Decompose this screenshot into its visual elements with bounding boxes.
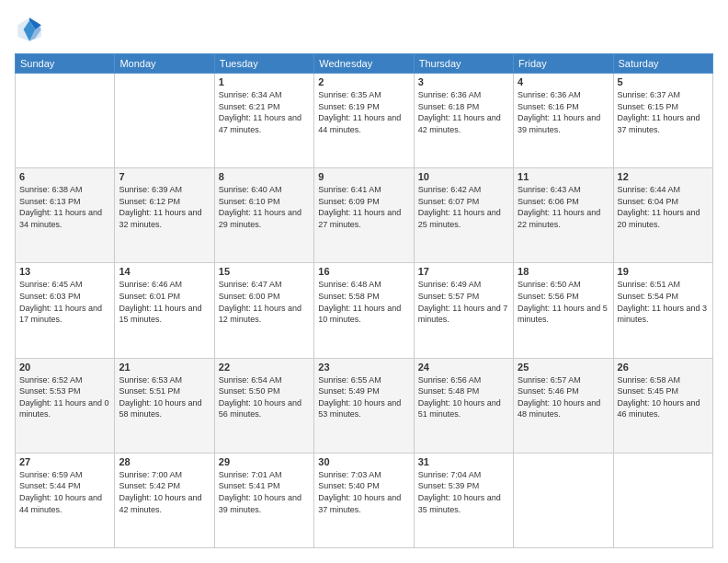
week-row-1: 1Sunrise: 6:34 AMSunset: 6:21 PMDaylight… [16,74,713,168]
day-number: 24 [418,362,509,373]
calendar-cell: 23Sunrise: 6:55 AMSunset: 5:49 PMDayligh… [314,358,414,453]
calendar-cell [514,453,613,547]
day-number: 11 [518,171,609,182]
week-row-5: 27Sunrise: 6:59 AMSunset: 5:44 PMDayligh… [16,453,713,547]
week-row-2: 6Sunrise: 6:38 AMSunset: 6:13 PMDaylight… [16,168,713,263]
day-number: 3 [418,76,509,87]
day-number: 20 [19,362,110,373]
weekday-header-friday: Friday [514,54,613,74]
logo [15,15,48,44]
calendar-table: SundayMondayTuesdayWednesdayThursdayFrid… [15,53,713,548]
day-number: 4 [518,76,609,87]
cell-info: Sunrise: 6:52 AMSunset: 5:53 PMDaylight:… [19,375,109,419]
cell-info: Sunrise: 6:36 AMSunset: 6:16 PMDaylight:… [518,90,600,134]
day-number: 31 [418,456,509,467]
calendar-cell: 9Sunrise: 6:41 AMSunset: 6:09 PMDaylight… [314,168,414,263]
day-number: 8 [219,171,310,182]
calendar-cell: 18Sunrise: 6:50 AMSunset: 5:56 PMDayligh… [514,263,613,358]
cell-info: Sunrise: 6:49 AMSunset: 5:57 PMDaylight:… [418,280,508,324]
cell-info: Sunrise: 6:56 AMSunset: 5:48 PMDaylight:… [418,375,501,419]
day-number: 10 [418,171,509,182]
weekday-header-row: SundayMondayTuesdayWednesdayThursdayFrid… [16,54,713,74]
week-row-3: 13Sunrise: 6:45 AMSunset: 6:03 PMDayligh… [16,263,713,358]
weekday-header-wednesday: Wednesday [314,54,414,74]
calendar-cell: 11Sunrise: 6:43 AMSunset: 6:06 PMDayligh… [514,168,613,263]
day-number: 22 [219,362,310,373]
calendar-cell: 25Sunrise: 6:57 AMSunset: 5:46 PMDayligh… [514,358,613,453]
day-number: 25 [518,362,609,373]
cell-info: Sunrise: 6:40 AMSunset: 6:10 PMDaylight:… [219,185,301,229]
cell-info: Sunrise: 6:34 AMSunset: 6:21 PMDaylight:… [219,90,301,134]
day-number: 9 [318,171,409,182]
calendar-cell: 10Sunrise: 6:42 AMSunset: 6:07 PMDayligh… [414,168,513,263]
day-number: 17 [418,266,509,277]
day-number: 7 [119,171,210,182]
calendar-cell: 13Sunrise: 6:45 AMSunset: 6:03 PMDayligh… [16,263,115,358]
calendar-cell: 22Sunrise: 6:54 AMSunset: 5:50 PMDayligh… [214,358,313,453]
weekday-header-tuesday: Tuesday [214,54,313,74]
calendar-cell: 28Sunrise: 7:00 AMSunset: 5:42 PMDayligh… [115,453,214,547]
cell-info: Sunrise: 6:51 AMSunset: 5:54 PMDaylight:… [618,280,708,324]
calendar-cell [16,74,115,168]
cell-info: Sunrise: 6:39 AMSunset: 6:12 PMDaylight:… [119,185,201,229]
day-number: 28 [119,456,210,467]
cell-info: Sunrise: 6:41 AMSunset: 6:09 PMDaylight:… [318,185,401,229]
calendar-cell: 27Sunrise: 6:59 AMSunset: 5:44 PMDayligh… [16,453,115,547]
cell-info: Sunrise: 6:38 AMSunset: 6:13 PMDaylight:… [19,185,102,229]
cell-info: Sunrise: 6:48 AMSunset: 5:58 PMDaylight:… [318,280,401,324]
day-number: 27 [19,456,110,467]
cell-info: Sunrise: 6:43 AMSunset: 6:06 PMDaylight:… [518,185,600,229]
day-number: 5 [618,76,709,87]
weekday-header-sunday: Sunday [16,54,115,74]
cell-info: Sunrise: 6:46 AMSunset: 6:01 PMDaylight:… [119,280,201,324]
cell-info: Sunrise: 6:36 AMSunset: 6:18 PMDaylight:… [418,90,501,134]
day-number: 1 [219,76,310,87]
calendar-cell: 20Sunrise: 6:52 AMSunset: 5:53 PMDayligh… [16,358,115,453]
calendar-cell: 29Sunrise: 7:01 AMSunset: 5:41 PMDayligh… [214,453,313,547]
calendar-cell: 17Sunrise: 6:49 AMSunset: 5:57 PMDayligh… [414,263,513,358]
day-number: 16 [318,266,409,277]
cell-info: Sunrise: 6:59 AMSunset: 5:44 PMDaylight:… [19,470,102,514]
cell-info: Sunrise: 6:50 AMSunset: 5:56 PMDaylight:… [518,280,608,324]
day-number: 14 [119,266,210,277]
weekday-header-saturday: Saturday [613,54,712,74]
cell-info: Sunrise: 6:45 AMSunset: 6:03 PMDaylight:… [19,280,102,324]
calendar-cell: 30Sunrise: 7:03 AMSunset: 5:40 PMDayligh… [314,453,414,547]
calendar-cell: 31Sunrise: 7:04 AMSunset: 5:39 PMDayligh… [414,453,513,547]
cell-info: Sunrise: 6:54 AMSunset: 5:50 PMDaylight:… [219,375,301,419]
day-number: 29 [219,456,310,467]
logo-icon [15,15,44,44]
calendar-cell: 1Sunrise: 6:34 AMSunset: 6:21 PMDaylight… [214,74,313,168]
calendar-cell: 3Sunrise: 6:36 AMSunset: 6:18 PMDaylight… [414,74,513,168]
week-row-4: 20Sunrise: 6:52 AMSunset: 5:53 PMDayligh… [16,358,713,453]
day-number: 19 [618,266,709,277]
calendar-cell [115,74,214,168]
cell-info: Sunrise: 6:47 AMSunset: 6:00 PMDaylight:… [219,280,301,324]
calendar-cell: 15Sunrise: 6:47 AMSunset: 6:00 PMDayligh… [214,263,313,358]
calendar-cell: 24Sunrise: 6:56 AMSunset: 5:48 PMDayligh… [414,358,513,453]
calendar-cell: 14Sunrise: 6:46 AMSunset: 6:01 PMDayligh… [115,263,214,358]
calendar-cell: 5Sunrise: 6:37 AMSunset: 6:15 PMDaylight… [613,74,712,168]
cell-info: Sunrise: 6:53 AMSunset: 5:51 PMDaylight:… [119,375,201,419]
cell-info: Sunrise: 6:37 AMSunset: 6:15 PMDaylight:… [618,90,700,134]
cell-info: Sunrise: 7:00 AMSunset: 5:42 PMDaylight:… [119,470,201,514]
cell-info: Sunrise: 6:55 AMSunset: 5:49 PMDaylight:… [318,375,401,419]
day-number: 6 [19,171,110,182]
calendar-cell: 7Sunrise: 6:39 AMSunset: 6:12 PMDaylight… [115,168,214,263]
day-number: 30 [318,456,409,467]
day-number: 23 [318,362,409,373]
cell-info: Sunrise: 6:42 AMSunset: 6:07 PMDaylight:… [418,185,501,229]
calendar-cell: 8Sunrise: 6:40 AMSunset: 6:10 PMDaylight… [214,168,313,263]
calendar-cell: 12Sunrise: 6:44 AMSunset: 6:04 PMDayligh… [613,168,712,263]
cell-info: Sunrise: 6:57 AMSunset: 5:46 PMDaylight:… [518,375,600,419]
day-number: 26 [618,362,709,373]
calendar-cell [613,453,712,547]
header [15,15,713,44]
calendar-cell: 16Sunrise: 6:48 AMSunset: 5:58 PMDayligh… [314,263,414,358]
day-number: 15 [219,266,310,277]
calendar-cell: 21Sunrise: 6:53 AMSunset: 5:51 PMDayligh… [115,358,214,453]
cell-info: Sunrise: 7:01 AMSunset: 5:41 PMDaylight:… [219,470,301,514]
cell-info: Sunrise: 7:04 AMSunset: 5:39 PMDaylight:… [418,470,501,514]
weekday-header-thursday: Thursday [414,54,513,74]
calendar-cell: 26Sunrise: 6:58 AMSunset: 5:45 PMDayligh… [613,358,712,453]
